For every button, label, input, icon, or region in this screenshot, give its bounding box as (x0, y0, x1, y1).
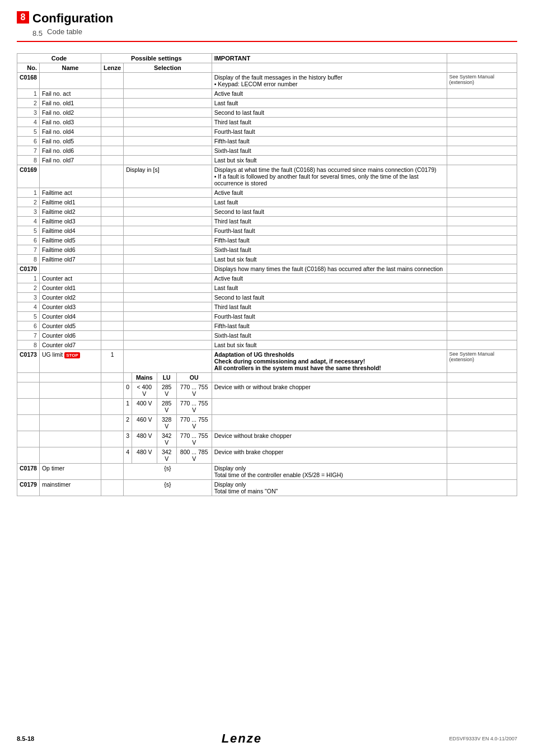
lenze-cell (101, 165, 123, 188)
sub-lenze-cell (101, 302, 123, 312)
table-row: C0169 Display in [s] Displays at what ti… (17, 165, 517, 188)
sub-important-cell: Second to last fault (212, 293, 447, 302)
empty-cell (212, 373, 447, 382)
important-cell: Displays how many times the fault (C0168… (212, 264, 447, 274)
table-row: C0179 mainstimer {s} Display onlyTotal t… (17, 480, 517, 496)
sub-name-cell: Fail no. old1 (39, 99, 101, 108)
sub-lenze-cell (101, 207, 123, 217)
code-cell: C0170 (17, 264, 40, 274)
sub-selection-cell (124, 118, 212, 127)
empty-cell (101, 431, 123, 447)
sub-lenze-cell (101, 127, 123, 137)
sub-selection-cell (124, 217, 212, 226)
sub-name-cell: Fail no. old6 (39, 146, 101, 156)
sub-important-cell: Sixth-last fault (212, 331, 447, 340)
lenze-logo: Lenze (222, 731, 262, 746)
table-row: 6 Counter old5 Fifth-last fault (17, 321, 517, 331)
note-cell: Device without brake chopper (212, 431, 447, 447)
mains-cell: 480 V (132, 447, 157, 464)
sub-no-cell: 4 (17, 118, 40, 127)
main-table: Code Possible settings IMPORTANT No. Nam… (17, 53, 517, 496)
lenze-cell (101, 264, 123, 274)
sub-lenze-cell (101, 255, 123, 264)
page-number: 8.5-18 (17, 735, 34, 742)
table-row: 2 460 V 328 V 770 ... 755 V (17, 415, 517, 431)
table-row: 3 Fail no. old2 Second to last fault (17, 108, 517, 118)
sub-important-cell: Third last fault (212, 118, 447, 127)
sub-no-cell: 1 (17, 274, 40, 283)
sub-lenze-cell (101, 137, 123, 146)
important-cell: Display of the fault messages in the his… (212, 73, 447, 89)
sub-selection-cell (124, 127, 212, 137)
table-row: Mains LU OU (17, 373, 517, 382)
sub-lenze-cell (101, 283, 123, 293)
sub-no-cell: 1 (17, 89, 40, 99)
name-cell: Op timer (39, 464, 101, 480)
note-cell (212, 399, 447, 415)
lu-cell: 285 V (157, 382, 176, 399)
ref-cell (447, 165, 517, 188)
selection-cell (124, 264, 212, 274)
ou-cell: 770 ... 755 V (176, 399, 212, 415)
note-cell: Device with brake chopper (212, 447, 447, 464)
th-lenze: Lenze (101, 63, 123, 73)
empty-cell (447, 118, 517, 127)
sub-important-cell: Fifth-last fault (212, 236, 447, 245)
table-row: 7 Fail no. old6 Sixth-last fault (17, 146, 517, 156)
sel-cell: 3 (124, 431, 132, 447)
empty-cell (447, 283, 517, 293)
sub-name-cell: Counter act (39, 274, 101, 283)
code-cell: C0169 (17, 165, 40, 188)
empty-cell (447, 108, 517, 118)
table-header-row1: Code Possible settings IMPORTANT (17, 54, 517, 63)
name-cell (39, 165, 101, 188)
mains-cell: 460 V (132, 415, 157, 431)
lenze-cell (101, 73, 123, 89)
empty-cell (447, 146, 517, 156)
sub-important-cell: Third last fault (212, 302, 447, 312)
empty-cell (447, 447, 517, 464)
empty-cell (447, 207, 517, 217)
stop-badge: STOP (64, 352, 80, 358)
empty-cell (39, 373, 101, 382)
section-number: 8.5 (32, 29, 43, 38)
lu-cell: 285 V (157, 399, 176, 415)
table-row: C0178 Op timer {s} Display onlyTotal tim… (17, 464, 517, 480)
page-footer: 8.5-18 Lenze EDSVF9333V EN 4.0-11/2007 (17, 731, 517, 746)
page-subtitle: Code table (47, 27, 82, 36)
ou-cell: 770 ... 755 V (176, 415, 212, 431)
empty-cell (17, 382, 40, 399)
empty-cell (101, 373, 123, 382)
empty-cell (17, 431, 40, 447)
sub-name-cell: Failtime old7 (39, 255, 101, 264)
sub-no-cell: 8 (17, 156, 40, 165)
code-cell: C0178 (17, 464, 40, 480)
sub-name-cell: Fail no. act (39, 89, 101, 99)
sub-selection-cell (124, 99, 212, 108)
table-row: 2 Counter old1 Last fault (17, 283, 517, 293)
sub-important-cell: Last fault (212, 283, 447, 293)
sub-selection-cell (124, 207, 212, 217)
sub-name-cell: Failtime old4 (39, 226, 101, 236)
ref-cell: See System Manual (extension) (447, 73, 517, 89)
sub-important-cell: Last fault (212, 99, 447, 108)
ou-cell: 770 ... 755 V (176, 431, 212, 447)
sub-no-cell: 2 (17, 99, 40, 108)
empty-cell (39, 382, 101, 399)
empty-cell (447, 156, 517, 165)
sub-name-cell: Counter old7 (39, 340, 101, 350)
sub-important-cell: Sixth-last fault (212, 245, 447, 255)
code-cell: C0179 (17, 480, 40, 496)
sub-selection-cell (124, 312, 212, 321)
sub-lenze-cell (101, 236, 123, 245)
table-row: 5 Counter old4 Fourth-last fault (17, 312, 517, 321)
sub-important-cell: Fourth-last fault (212, 226, 447, 236)
sub-name-cell: Failtime old1 (39, 198, 101, 207)
empty-cell (124, 373, 132, 382)
sub-name-cell: Fail no. old7 (39, 156, 101, 165)
empty-cell (17, 399, 40, 415)
empty-cell (447, 340, 517, 350)
important-cell: Display onlyTotal time of mains "ON" (212, 480, 447, 496)
sub-selection-cell (124, 188, 212, 198)
sub-no-cell: 5 (17, 127, 40, 137)
